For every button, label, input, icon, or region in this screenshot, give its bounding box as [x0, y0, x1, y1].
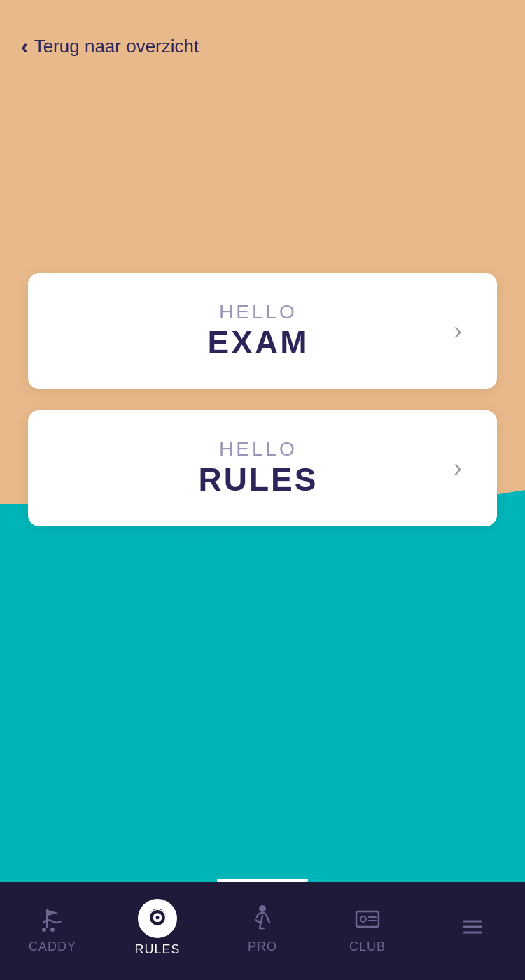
nav-item-pro[interactable]: PRO — [210, 902, 315, 954]
exam-card-chevron-icon: › — [454, 316, 462, 346]
svg-rect-16 — [356, 911, 379, 927]
caddy-nav-label: CADDY — [29, 939, 76, 954]
svg-point-17 — [360, 916, 366, 922]
cards-container: HELLO EXAM › HELLO RULES › — [0, 273, 525, 526]
back-label: Terug naar overzicht — [34, 36, 200, 57]
svg-point-14 — [155, 916, 159, 919]
rules-card-hello: HELLO — [219, 438, 298, 461]
nav-item-menu[interactable] — [420, 909, 525, 946]
rules-card-chevron-icon: › — [454, 454, 462, 483]
svg-rect-0 — [46, 909, 48, 928]
club-nav-label: CLUB — [349, 939, 386, 954]
active-nav-bar — [217, 878, 308, 882]
svg-point-2 — [42, 927, 46, 932]
exam-card-text: HELLO EXAM — [63, 301, 454, 361]
exam-card[interactable]: HELLO EXAM › — [28, 273, 497, 389]
nav-item-club[interactable]: CLUB — [315, 902, 420, 954]
svg-point-15 — [259, 905, 266, 912]
rules-icon-circle — [138, 899, 177, 938]
rules-nav-label: RULES — [134, 942, 180, 957]
pro-nav-label: PRO — [248, 939, 277, 954]
menu-icon — [456, 909, 489, 942]
rules-card[interactable]: HELLO RULES › — [28, 410, 497, 526]
back-button[interactable]: ‹ Terug naar overzicht — [21, 35, 199, 57]
exam-card-hello: HELLO — [219, 301, 298, 323]
bottom-nav: CADDY RULES — [0, 882, 525, 980]
rules-card-title: RULES — [199, 461, 318, 498]
nav-item-caddy[interactable]: CADDY — [0, 902, 105, 954]
nav-item-rules[interactable]: RULES — [105, 899, 210, 957]
exam-card-title: EXAM — [208, 323, 309, 361]
pro-icon — [246, 902, 279, 935]
caddy-icon — [36, 902, 69, 935]
club-icon — [351, 902, 384, 935]
rules-card-text: HELLO RULES — [63, 438, 454, 498]
svg-point-1 — [50, 927, 55, 932]
back-chevron-icon: ‹ — [21, 35, 29, 57]
header: ‹ Terug naar overzicht — [0, 0, 525, 71]
